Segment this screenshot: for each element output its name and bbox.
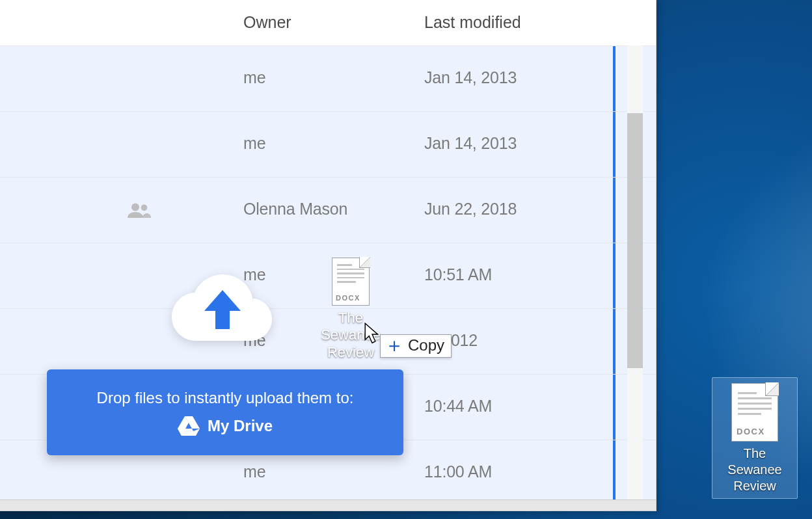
cell-owner: me	[243, 68, 413, 87]
selection-accent	[613, 178, 616, 243]
docx-file-icon: DOCX	[731, 383, 778, 442]
drive-file-list[interactable]: Owner Last modified me Jan 14, 2013 me J…	[0, 0, 656, 511]
column-header-modified[interactable]: Last modified	[424, 13, 606, 32]
svg-marker-6	[365, 323, 377, 343]
cell-modified: 11:00 AM	[424, 462, 606, 481]
table-row[interactable]: Olenna Mason Jun 22, 2018	[0, 178, 656, 243]
selection-accent	[613, 46, 616, 111]
cell-modified: 10:51 AM	[424, 265, 606, 284]
shared-people-icon	[128, 202, 151, 218]
cell-owner: Olenna Mason	[243, 200, 413, 219]
scrollbar-thumb[interactable]	[627, 113, 643, 368]
selection-accent	[613, 112, 616, 177]
selection-accent	[613, 375, 616, 440]
cell-modified: Jan 14, 2013	[424, 134, 606, 153]
mouse-cursor-icon	[364, 323, 380, 346]
svg-marker-5	[178, 429, 196, 436]
selection-accent	[613, 440, 616, 505]
desktop-file-label: The Sewanee Review	[715, 446, 794, 494]
google-drive-icon	[178, 416, 200, 436]
table-header-row: Owner Last modified	[0, 0, 656, 46]
upload-drop-banner: Drop files to instantly upload them to: …	[47, 369, 403, 455]
docx-extension-label: DOCX	[737, 427, 765, 436]
column-header-owner[interactable]: Owner	[243, 13, 413, 32]
upload-cloud-icon	[172, 269, 273, 345]
table-row[interactable]: me 10:51 AM	[0, 243, 656, 309]
horizontal-scrollbar[interactable]	[0, 499, 656, 511]
selection-accent	[613, 309, 616, 374]
cell-modified: Jun 22, 2018	[424, 200, 606, 219]
cell-modified: Jan 14, 2013	[424, 68, 606, 87]
svg-point-0	[131, 204, 139, 211]
drag-tooltip-label: Copy	[408, 336, 444, 354]
cell-owner: me	[243, 134, 413, 153]
table-row[interactable]: me 9, 2012	[0, 309, 656, 375]
svg-point-1	[141, 204, 148, 211]
table-row[interactable]: me Jan 14, 2013	[0, 112, 656, 178]
drag-copy-tooltip: ＋ Copy	[380, 334, 452, 358]
plus-icon: ＋	[385, 338, 404, 353]
table-row[interactable]: me Jan 14, 2013	[0, 46, 656, 112]
upload-banner-destination: My Drive	[208, 417, 273, 435]
upload-banner-text: Drop files to instantly upload them to:	[97, 389, 354, 407]
desktop-file-item[interactable]: DOCX The Sewanee Review	[712, 377, 798, 499]
selection-accent	[613, 243, 616, 308]
cell-modified: 10:44 AM	[424, 397, 606, 416]
cell-owner: me	[243, 462, 413, 481]
